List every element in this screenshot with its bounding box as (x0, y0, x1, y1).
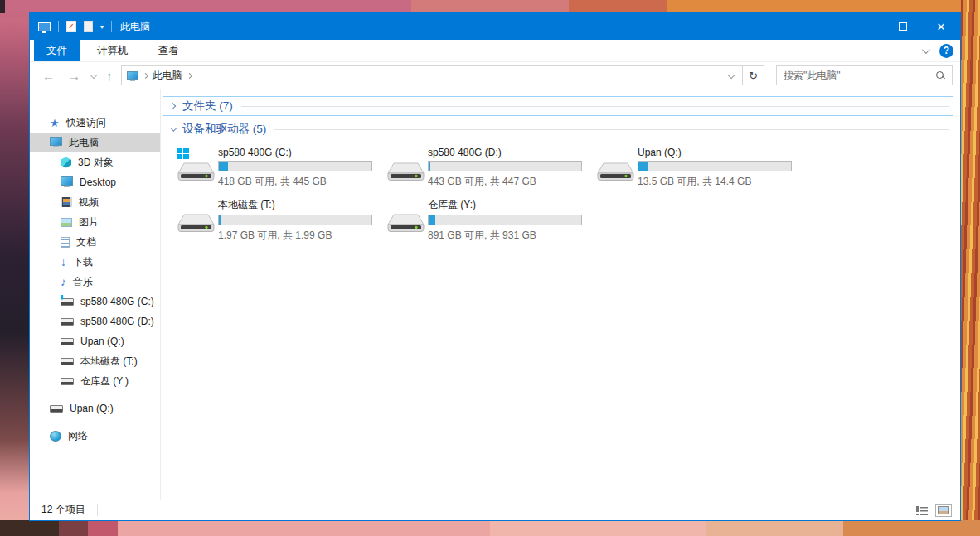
system-drive-icon (61, 298, 74, 306)
capacity-bar-fill (638, 162, 648, 171)
breadcrumb-chevron-icon[interactable] (142, 72, 148, 78)
group-header-folders[interactable]: 文件夹 (7) (163, 96, 953, 116)
address-bar[interactable]: 此电脑 (121, 65, 744, 85)
sidebar-item-upan[interactable]: Upan (Q:) (30, 398, 160, 418)
group-header-devices-drives[interactable]: 设备和驱动器 (5) (163, 119, 953, 139)
sidebar-item-this-pc[interactable]: 此电脑 (30, 133, 160, 152)
drive-details: 仓库盘 (Y:) 891 GB 可用, 共 931 GB (428, 197, 590, 241)
drive-name: Upan (Q:) (638, 147, 800, 158)
ribbon-collapse-chevron-icon[interactable] (922, 46, 930, 54)
details-view-icon[interactable] (916, 505, 929, 515)
sidebar-item-3d-objects[interactable]: 3D 对象 (30, 152, 160, 172)
status-separator (97, 504, 98, 516)
search-input[interactable]: 搜索"此电脑" (784, 69, 935, 83)
address-bar-group: 此电脑 ↻ (121, 65, 765, 85)
drive-tile-t[interactable]: 本地磁盘 (T:) 1.97 GB 可用, 共 1.99 GB (177, 197, 381, 241)
drive-details: 本地磁盘 (T:) 1.97 GB 可用, 共 1.99 GB (218, 197, 381, 241)
drive-icon (386, 146, 428, 190)
sidebar-item-drive-q[interactable]: Upan (Q:) (30, 331, 160, 351)
sidebar-item-music[interactable]: ♪ 音乐 (30, 272, 160, 292)
capacity-bar (428, 215, 582, 225)
tab-computer[interactable]: 计算机 (85, 40, 141, 61)
quick-access-toolbar: ✓ ▾ (30, 21, 112, 32)
sidebar-item-pictures[interactable]: 图片 (30, 212, 160, 232)
drive-tile-y[interactable]: 仓库盘 (Y:) 891 GB 可用, 共 931 GB (386, 197, 590, 241)
status-bar: 12 个项目 (30, 500, 960, 520)
search-icon[interactable] (935, 70, 945, 80)
breadcrumb[interactable]: 此电脑 (153, 69, 182, 83)
sidebar-item-label: 仓库盘 (Y:) (80, 374, 129, 389)
ribbon-right-controls: ? (922, 40, 953, 61)
sidebar-item-label: 3D 对象 (78, 156, 114, 170)
sidebar-item-videos[interactable]: 视频 (30, 192, 160, 212)
drive-icon (61, 358, 74, 365)
up-button[interactable]: ↑ (103, 69, 116, 83)
desktop-monitor-icon (61, 176, 73, 186)
forward-button[interactable]: → (64, 69, 85, 83)
sidebar-item-network[interactable]: 网络 (30, 426, 160, 446)
help-button[interactable]: ? (939, 44, 953, 58)
sidebar-item-quick-access[interactable]: ★ 快速访问 (30, 113, 160, 133)
ribbon-tab-bar: 文件 计算机 查看 ? (30, 40, 960, 62)
drive-name: sp580 480G (C:) (218, 147, 381, 158)
group-header-rule (274, 129, 949, 130)
group-header-label: 文件夹 (7) (182, 99, 233, 113)
sidebar-item-label: 网络 (68, 429, 88, 443)
drive-tile-q[interactable]: Upan (Q:) 13.5 GB 可用, 共 14.4 GB (596, 146, 800, 190)
minimize-button[interactable] (846, 13, 884, 40)
drive-free-space: 443 GB 可用, 共 447 GB (428, 175, 590, 189)
desktop-wallpaper-top (0, 0, 980, 13)
drive-tile-d[interactable]: sp580 480G (D:) 443 GB 可用, 共 447 GB (386, 146, 590, 190)
sidebar-item-drive-c[interactable]: sp580 480G (C:) (30, 292, 160, 311)
large-icons-view-button[interactable] (935, 504, 952, 517)
capacity-bar-fill (429, 162, 430, 171)
refresh-button[interactable]: ↻ (743, 65, 764, 85)
file-list-area: 文件夹 (7) 设备和驱动器 (5) (161, 89, 960, 500)
search-box[interactable]: 搜索"此电脑" (776, 65, 953, 85)
recent-locations-chevron-icon[interactable] (90, 72, 97, 79)
pictures-icon (61, 218, 72, 227)
sidebar-item-downloads[interactable]: ↓ 下载 (30, 252, 160, 272)
drive-tile-c[interactable]: sp580 480G (C:) 418 GB 可用, 共 445 GB (177, 146, 381, 190)
drive-icon (386, 197, 428, 241)
drive-free-space: 1.97 GB 可用, 共 1.99 GB (218, 229, 381, 243)
explorer-window: ✓ ▾ 此电脑 ✕ 文件 计算机 查看 ? ← → ↑ 此电脑 (29, 12, 961, 521)
documents-icon (61, 237, 70, 248)
close-button[interactable]: ✕ (922, 13, 960, 40)
capacity-bar-fill (219, 162, 228, 171)
navigation-toolbar: ← → ↑ 此电脑 ↻ 搜索"此电脑" (30, 62, 960, 89)
windows-logo-badge-icon (177, 148, 189, 159)
navigation-pane: ★ 快速访问 此电脑 3D 对象 Desktop 视频 图片 (30, 89, 161, 500)
tab-view[interactable]: 查看 (146, 40, 192, 61)
sidebar-item-drive-y[interactable]: 仓库盘 (Y:) (30, 371, 160, 391)
check-icon: ✓ (68, 22, 75, 31)
tab-file[interactable]: 文件 (34, 40, 80, 61)
sidebar-item-desktop[interactable]: Desktop (30, 172, 160, 192)
3d-objects-cube-icon (61, 157, 71, 168)
breadcrumb-chevron-icon[interactable] (186, 72, 192, 78)
back-button[interactable]: ← (38, 69, 59, 83)
sidebar-item-label: Desktop (80, 176, 116, 188)
sidebar-item-drive-d[interactable]: sp580 480G (D:) (30, 311, 160, 331)
collapse-chevron-icon[interactable] (170, 124, 177, 131)
main-area: ★ 快速访问 此电脑 3D 对象 Desktop 视频 图片 (30, 89, 960, 500)
computer-icon (38, 22, 51, 31)
new-folder-icon[interactable] (84, 21, 93, 32)
title-bar[interactable]: ✓ ▾ 此电脑 ✕ (30, 13, 960, 40)
maximize-button[interactable] (884, 13, 922, 40)
expand-chevron-icon[interactable] (169, 103, 176, 109)
sidebar-item-documents[interactable]: 文档 (30, 232, 160, 252)
address-dropdown-chevron-icon[interactable] (728, 72, 735, 79)
sidebar-item-drive-t[interactable]: 本地磁盘 (T:) (30, 351, 160, 371)
thumbnail-view-icon (938, 506, 949, 514)
downloads-arrow-icon: ↓ (61, 256, 66, 268)
toolbar-separator (111, 21, 112, 32)
drive-free-space: 418 GB 可用, 共 445 GB (218, 175, 381, 189)
customize-toolbar-caret-icon[interactable]: ▾ (100, 23, 104, 31)
window-controls: ✕ (846, 13, 960, 40)
drive-icon (596, 146, 638, 190)
properties-icon[interactable]: ✓ (66, 21, 76, 32)
items-count: 12 个项目 (41, 503, 85, 517)
drive-icon (177, 197, 218, 241)
window-title: 此电脑 (120, 20, 150, 34)
